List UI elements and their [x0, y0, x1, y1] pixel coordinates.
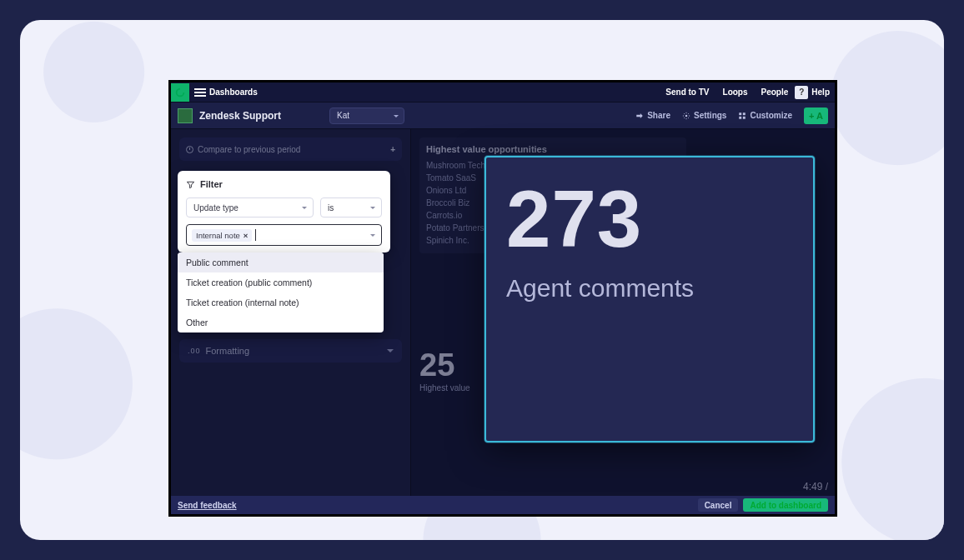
svg-rect-2: [743, 112, 746, 115]
app-window: Dashboards Send to TV Loops People ? Hel…: [168, 80, 837, 517]
send-to-tv-link[interactable]: Send to TV: [665, 88, 709, 97]
stat-value: 25: [419, 348, 470, 383]
left-panel: Compare to previous period + Filter Upda…: [171, 129, 411, 496]
customize-button[interactable]: Customize: [738, 111, 792, 120]
spotlight-card: 273 Agent comments: [485, 156, 815, 442]
user-select[interactable]: Kat: [329, 108, 404, 124]
subheader: Zendesk Support Kat Share Settings Custo…: [171, 102, 835, 129]
footer: Send feedback Cancel Add to dashboard: [171, 496, 835, 514]
clock-icon: [186, 146, 193, 153]
text-caret: [255, 229, 256, 241]
add-button[interactable]: + A: [804, 108, 828, 124]
filter-icon: [186, 180, 195, 189]
filter-value-input[interactable]: Internal note ×: [186, 224, 382, 246]
settings-button[interactable]: Settings: [682, 111, 726, 120]
send-feedback-link[interactable]: Send feedback: [178, 501, 237, 510]
timecode: 4:49 /: [803, 481, 828, 492]
filter-chip: Internal note ×: [192, 229, 252, 242]
dropdown-option[interactable]: Other: [178, 312, 384, 332]
share-button[interactable]: Share: [635, 111, 670, 120]
spotlight-value: 273: [506, 179, 793, 259]
add-to-dashboard-button[interactable]: Add to dashboard: [743, 498, 828, 512]
menu-icon[interactable]: [194, 88, 206, 97]
svg-rect-4: [743, 116, 746, 118]
help-link[interactable]: Help: [811, 88, 830, 97]
loops-link[interactable]: Loops: [723, 88, 748, 97]
filter-dropdown: Public comment Ticket creation (public c…: [178, 252, 384, 332]
formatting-row[interactable]: .00 Formatting: [179, 339, 402, 362]
svg-point-0: [685, 114, 688, 117]
small-stat: 25 Highest value: [419, 348, 470, 392]
compare-row[interactable]: Compare to previous period +: [179, 138, 402, 161]
integration-icon: [178, 108, 193, 123]
panel-title: Highest value opportunities: [426, 144, 680, 154]
page-title: Dashboards: [209, 88, 258, 97]
integration-name: Zendesk Support: [199, 110, 281, 122]
app-logo: [171, 83, 189, 102]
dropdown-option[interactable]: Ticket creation (public comment): [178, 272, 384, 292]
dropdown-option[interactable]: Ticket creation (internal note): [178, 292, 384, 312]
cancel-button[interactable]: Cancel: [698, 498, 739, 512]
main-area: Highest value opportunities Mushroom Tec…: [411, 129, 835, 496]
filter-operator-select[interactable]: is: [320, 198, 382, 218]
dropdown-option[interactable]: Public comment: [178, 252, 384, 272]
spotlight-label: Agent comments: [506, 274, 793, 302]
svg-rect-3: [740, 116, 742, 118]
svg-rect-1: [740, 112, 742, 115]
formatting-icon: .00: [188, 347, 201, 355]
help-icon[interactable]: ?: [795, 86, 808, 99]
topbar: Dashboards Send to TV Loops People ? Hel…: [171, 82, 835, 102]
chip-remove-icon[interactable]: ×: [244, 231, 249, 240]
plus-icon[interactable]: +: [390, 145, 395, 154]
people-link[interactable]: People: [761, 88, 789, 97]
filter-card: Filter Update type is Internal note: [178, 171, 390, 252]
stat-label: Highest value: [419, 383, 470, 392]
filter-field-select[interactable]: Update type: [186, 198, 314, 218]
user-select-value: Kat: [337, 111, 349, 120]
